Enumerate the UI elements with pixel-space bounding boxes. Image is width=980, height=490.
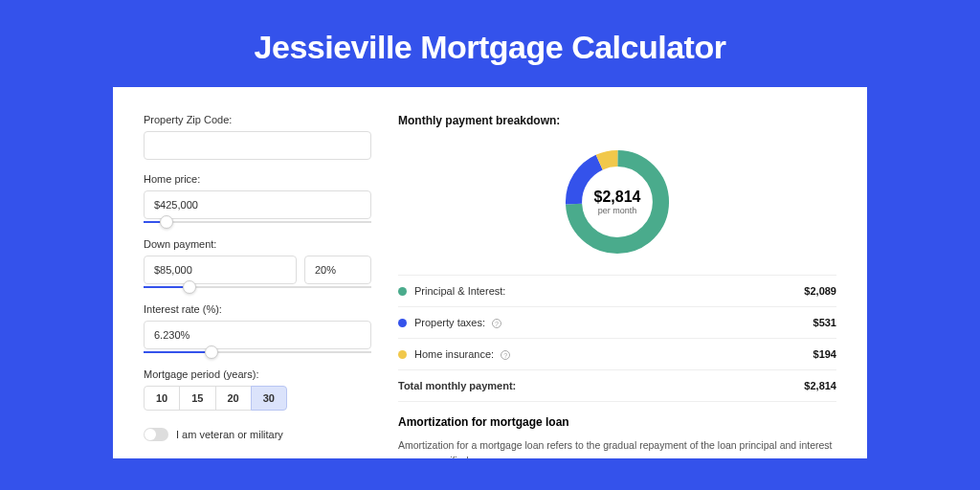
period-buttons: 10152030: [144, 386, 371, 411]
calculator-card: Property Zip Code: Home price: Down paym…: [113, 87, 867, 458]
breakdown-list: Principal & Interest:$2,089Property taxe…: [398, 275, 836, 402]
slider-thumb[interactable]: [205, 345, 218, 359]
interest-input[interactable]: [144, 321, 371, 349]
breakdown-total-row: Total monthly payment:$2,814: [398, 370, 836, 402]
down-payment-field: Down payment:: [144, 238, 371, 290]
period-button-15[interactable]: 15: [179, 386, 215, 411]
zip-input[interactable]: [144, 131, 371, 160]
results-panel: Monthly payment breakdown: $2,814 per mo…: [398, 114, 836, 458]
legend-dot: [398, 287, 407, 296]
down-payment-input[interactable]: [144, 256, 297, 284]
veteran-row: I am veteran or military: [144, 428, 371, 441]
amortization-text: Amortization for a mortgage loan refers …: [398, 438, 836, 458]
legend-dot: [398, 350, 407, 359]
breakdown-label: Principal & Interest:: [414, 285, 804, 297]
period-label: Mortgage period (years):: [144, 368, 371, 380]
breakdown-value: $531: [813, 317, 836, 328]
interest-label: Interest rate (%):: [144, 303, 371, 315]
slider-thumb[interactable]: [183, 280, 196, 294]
period-button-20[interactable]: 20: [215, 386, 252, 411]
veteran-toggle[interactable]: [144, 428, 168, 441]
down-payment-slider[interactable]: [144, 284, 371, 290]
zip-label: Property Zip Code:: [144, 114, 371, 125]
zip-field: Property Zip Code:: [144, 114, 371, 160]
interest-slider[interactable]: [144, 349, 371, 355]
page-title: Jessieville Mortgage Calculator: [0, 29, 980, 66]
home-price-input[interactable]: [144, 190, 371, 219]
veteran-label: I am veteran or military: [176, 429, 283, 440]
breakdown-title: Monthly payment breakdown:: [398, 114, 836, 127]
breakdown-row: Principal & Interest:$2,089: [398, 276, 836, 307]
breakdown-label: Property taxes: ?: [414, 317, 813, 328]
donut-per-month: per month: [598, 206, 637, 215]
amortization-section: Amortization for mortgage loan Amortizat…: [398, 415, 836, 458]
breakdown-value: $194: [813, 348, 836, 360]
donut-amount: $2,814: [594, 189, 641, 206]
breakdown-row: Property taxes: ?$531: [398, 307, 836, 339]
down-payment-pct-input[interactable]: [304, 256, 371, 284]
breakdown-label: Home insurance: ?: [414, 348, 813, 360]
period-button-10[interactable]: 10: [144, 386, 180, 411]
breakdown-value: $2,089: [804, 285, 836, 297]
interest-rate-field: Interest rate (%):: [144, 303, 371, 355]
legend-dot: [398, 319, 407, 327]
amortization-title: Amortization for mortgage loan: [398, 415, 836, 429]
total-label: Total monthly payment:: [398, 380, 804, 391]
slider-thumb[interactable]: [160, 215, 173, 229]
period-button-30[interactable]: 30: [251, 386, 287, 411]
input-panel: Property Zip Code: Home price: Down paym…: [144, 114, 371, 458]
donut-chart: $2,814 per month: [398, 139, 836, 275]
home-price-field: Home price:: [144, 173, 371, 225]
breakdown-row: Home insurance: ?$194: [398, 339, 836, 370]
period-field: Mortgage period (years): 10152030: [144, 368, 371, 411]
info-icon[interactable]: ?: [492, 319, 501, 328]
info-icon[interactable]: ?: [501, 350, 510, 360]
page-header: Jessieville Mortgage Calculator: [0, 0, 980, 87]
home-price-label: Home price:: [144, 173, 371, 185]
total-value: $2,814: [804, 380, 836, 391]
donut-center: $2,814 per month: [560, 145, 675, 259]
home-price-slider[interactable]: [144, 219, 371, 225]
down-payment-label: Down payment:: [144, 238, 371, 250]
